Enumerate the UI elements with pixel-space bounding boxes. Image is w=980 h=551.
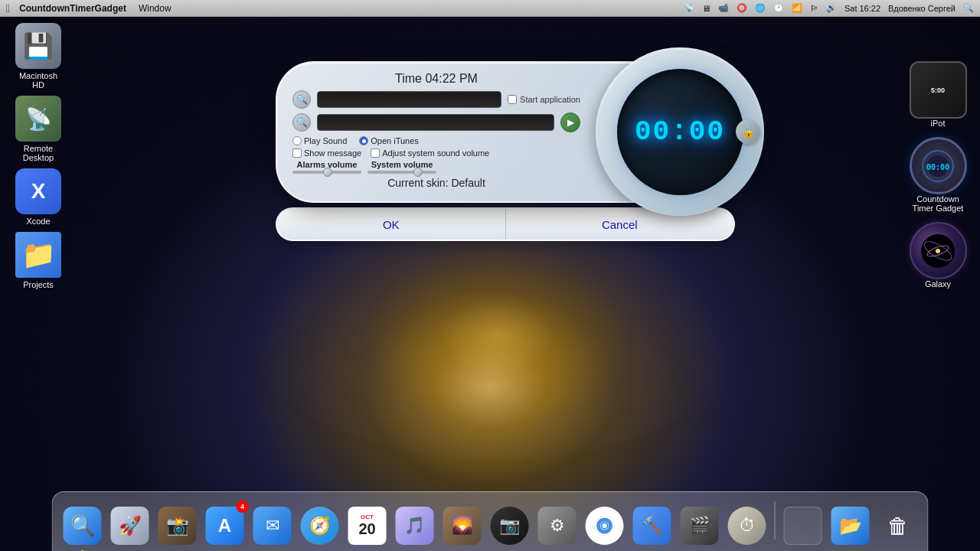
finder-icon: 🔍: [64, 507, 102, 545]
play-button[interactable]: ▶: [560, 112, 580, 132]
safari-icon: 🧭: [301, 507, 339, 545]
dock-iphoto[interactable]: 🌄: [440, 504, 485, 548]
right-sidebar: 5:00 iPot 00:00 CountdownTimer Gadget: [903, 61, 972, 289]
ipot-icon: 5:00: [910, 61, 967, 119]
dock-calendar[interactable]: OCT 20: [345, 504, 390, 548]
dock-trash[interactable]: 🗑: [876, 504, 920, 548]
app-input-2[interactable]: [317, 114, 554, 131]
trash-icon: 🗑: [879, 507, 917, 545]
svg-text:00:00: 00:00: [926, 163, 949, 171]
time-header: Time 04:22 PM: [292, 72, 580, 86]
alarms-volume-slider[interactable]: [292, 171, 361, 174]
open-itunes-option[interactable]: Open iTunes: [359, 136, 419, 145]
system-volume-thumb[interactable]: [413, 168, 423, 177]
desktop:  CountdownTimerGadget Window 📡 🖥 📹 ⭕ 🌐 …: [0, 0, 980, 551]
extra-options: Show message Adjust system sound volume: [292, 148, 580, 158]
xcode-icon: X: [15, 168, 61, 214]
apple-menu[interactable]: : [6, 2, 10, 15]
app-name: CountdownTimerGadget: [19, 3, 126, 14]
menu-user: Вдовенко Сергей: [888, 4, 956, 13]
adjust-volume-label: Adjust system sound volume: [382, 148, 489, 158]
search-menu-icon[interactable]: 🔍: [963, 3, 974, 13]
show-message-label: Show message: [304, 148, 361, 158]
film-icon: 🎬: [681, 507, 719, 545]
dock-finder[interactable]: 🔍: [60, 504, 105, 548]
adjust-volume-checkbox[interactable]: [371, 148, 380, 158]
macintosh-hd-label: MacintoshHD: [19, 71, 57, 90]
timer-outer-ring: 00:00 🔒: [596, 47, 764, 216]
alarms-volume-thumb[interactable]: [323, 168, 332, 177]
svg-point-10: [603, 523, 607, 528]
dock-screenshot[interactable]: 📷: [488, 504, 532, 548]
globe-icon: 🌐: [755, 3, 766, 13]
dock-safari[interactable]: 🧭: [298, 504, 342, 548]
galaxy-icon: [910, 222, 967, 279]
sidebar-item-remote-desktop[interactable]: 📡 RemoteDesktop: [8, 96, 69, 162]
dock-launchpad[interactable]: 🚀: [108, 504, 152, 548]
power-icon: ⭕: [737, 3, 747, 13]
menubar-right: 📡 🖥 📹 ⭕ 🌐 🕐 📶 🏳 🔊 Sat 16:22 Вдовенко Сер…: [684, 3, 974, 13]
dock-chrome[interactable]: [583, 504, 627, 548]
system-volume-slider[interactable]: [368, 171, 436, 174]
flag-icon: 🏳: [810, 4, 818, 13]
finder2-icon: 📂: [831, 507, 870, 545]
dock-finder2[interactable]: 📂: [828, 504, 873, 548]
chrome-icon: [586, 507, 624, 545]
iphoto-icon: 🌄: [443, 507, 482, 545]
form-row-2: 🔍 ▶: [292, 112, 580, 132]
timer-time-display: 00:00: [635, 116, 725, 148]
dock-mail[interactable]: ✉: [250, 504, 295, 548]
ipot-widget[interactable]: 5:00 iPot: [903, 61, 972, 128]
sidebar-item-projects[interactable]: 📁 Projects: [8, 232, 69, 289]
start-app-checkbox[interactable]: [508, 95, 517, 104]
skin-label: Current skin: Default: [292, 177, 580, 189]
dock-appstore[interactable]: A 4: [203, 504, 247, 548]
blank-icon-1: [784, 507, 822, 545]
start-app-checkbox-row: Start application: [508, 95, 580, 104]
search-btn-1[interactable]: 🔍: [292, 90, 311, 109]
open-itunes-radio[interactable]: [359, 136, 368, 145]
sysprefs-icon: ⚙: [538, 507, 577, 545]
dock-film[interactable]: 🎬: [678, 504, 722, 548]
screenshot-icon: 📷: [491, 507, 529, 545]
dock-itunes[interactable]: 🎵: [393, 504, 437, 548]
sidebar-item-xcode[interactable]: X Xcode: [8, 168, 69, 226]
countdown-timer-widget[interactable]: 00:00 CountdownTimer Gadget: [903, 137, 972, 213]
svg-point-6: [936, 249, 940, 253]
form-row-1: 🔍 Start application: [292, 90, 580, 109]
remote-desktop-label: RemoteDesktop: [23, 144, 54, 162]
search-btn-2[interactable]: 🔍: [292, 113, 311, 132]
timer-circle-container: 00:00 🔒: [596, 47, 764, 216]
alarms-volume-group: Alarms volume: [292, 160, 361, 174]
xcode-label: Xcode: [26, 217, 50, 226]
adjust-volume-opt[interactable]: Adjust system sound volume: [371, 148, 489, 158]
show-message-checkbox[interactable]: [292, 148, 302, 158]
left-sidebar: 💾 MacintoshHD 📡 RemoteDesktop X Xcode 📁 …: [8, 23, 69, 289]
timemachine-icon: ⏱: [728, 507, 766, 545]
photobooth-icon: 📸: [158, 507, 197, 545]
dock-timemachine[interactable]: ⏱: [725, 504, 769, 548]
lock-icon[interactable]: 🔒: [736, 119, 760, 144]
dock-xcode2[interactable]: 🔨: [630, 504, 675, 548]
galaxy-label: Galaxy: [925, 279, 951, 289]
macintosh-hd-icon: 💾: [15, 23, 61, 69]
galaxy-widget[interactable]: Galaxy: [903, 222, 972, 289]
sidebar-item-macintosh-hd[interactable]: 💾 MacintoshHD: [8, 23, 69, 90]
play-sound-option[interactable]: Play Sound: [292, 136, 347, 145]
open-itunes-label: Open iTunes: [371, 136, 419, 145]
play-sound-radio[interactable]: [292, 136, 302, 145]
dock-photobooth[interactable]: 📸: [155, 504, 200, 548]
appstore-icon: A: [206, 507, 244, 545]
screen-icon: 🖥: [702, 4, 710, 13]
projects-label: Projects: [23, 280, 54, 289]
countdown-label: CountdownTimer Gadget: [913, 194, 964, 213]
menubar:  CountdownTimerGadget Window 📡 🖥 📹 ⭕ 🌐 …: [0, 0, 980, 17]
mail-icon: ✉: [253, 507, 292, 545]
show-message-opt[interactable]: Show message: [292, 148, 361, 158]
dock-sysprefs[interactable]: ⚙: [535, 504, 580, 548]
ok-button[interactable]: OK: [277, 209, 506, 240]
app-input-1[interactable]: [317, 91, 501, 108]
ipot-label: iPot: [931, 119, 946, 128]
menu-window[interactable]: Window: [139, 3, 172, 14]
clock-icon: 🕐: [773, 3, 784, 13]
